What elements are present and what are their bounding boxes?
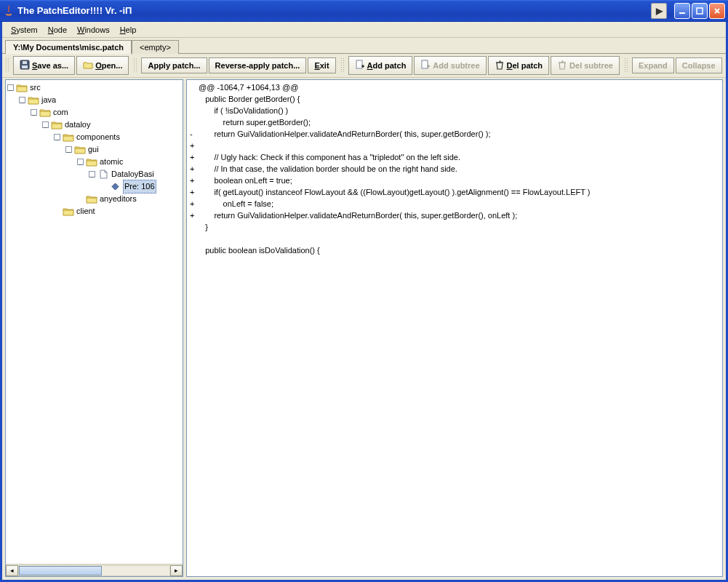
tree-label: atomic (100, 156, 123, 168)
tree-node[interactable]: ⎯DataloyBasi (7, 168, 183, 180)
tree-label: java (41, 94, 56, 106)
svg-rect-1 (697, 8, 703, 14)
tree-handle[interactable]: ⎯ (77, 159, 84, 165)
menu-help[interactable]: Help (116, 24, 141, 36)
folder-icon (16, 83, 28, 92)
tab-0[interactable]: Y:\My Documents\misc.patch (5, 40, 132, 54)
collapse-button: Collapse (676, 57, 722, 73)
tree-label: anyeditors (100, 193, 137, 205)
menu-system[interactable]: System (7, 24, 42, 36)
tree-node[interactable]: ⎯atomic (7, 156, 183, 168)
open-button[interactable]: Open... (76, 56, 129, 75)
close-button[interactable] (709, 3, 725, 19)
exit-button[interactable]: Exit (308, 57, 335, 73)
diamond-icon (109, 182, 121, 191)
folder-icon (39, 108, 51, 117)
tree-handle[interactable]: ⎯ (31, 109, 37, 116)
tree-label: client (76, 205, 95, 218)
tree-scrollbar[interactable]: ◂ ▸ (6, 564, 183, 576)
delsubtree-button: Del subtree (551, 56, 620, 75)
folder-icon (74, 145, 86, 154)
code-line: return super.getBorder(); (190, 116, 719, 128)
scroll-right-button[interactable]: ▸ (170, 565, 183, 576)
tree-label: gui (88, 143, 99, 156)
apply-button[interactable]: Apply patch... (141, 57, 207, 73)
tree-handle[interactable]: ⎯ (65, 146, 72, 153)
addpatch-button[interactable]: Add patch (348, 56, 413, 75)
tree-node[interactable]: ⎯com (7, 106, 183, 119)
addsubtree-button: Add subtree (414, 56, 486, 75)
tree-node[interactable]: ⎯components (7, 131, 183, 143)
code-line: - return GuiValidationHelper.validateAnd… (190, 128, 719, 140)
folder-icon (28, 95, 39, 105)
code-line: + // Ugly hack: Check if this component … (190, 151, 719, 163)
file-tree[interactable]: ⎯src⎯java⎯com⎯dataloy⎯components⎯gui⎯ato… (6, 80, 183, 219)
svg-rect-4 (23, 61, 27, 64)
tree-node[interactable]: anyeditors (7, 193, 183, 205)
toolbar-grip[interactable] (624, 57, 629, 73)
window-title: The PatchEditor!!!! Vr. -iΠ (17, 5, 132, 16)
file-icon (97, 170, 109, 179)
file+-icon (420, 60, 431, 71)
tree-handle[interactable]: ⎯ (19, 97, 25, 103)
tree-label: com (53, 106, 68, 119)
code-line: + boolean onLeft = true; (190, 175, 719, 186)
code-line: + // In that case, the validation border… (190, 163, 719, 175)
tab-bar: Y:\My Documents\misc.patch<empty> (2, 38, 726, 54)
tree-label: dataloy (65, 119, 90, 131)
disk-icon (20, 60, 30, 71)
tree-node[interactable]: client (7, 205, 183, 218)
folder-icon (86, 157, 97, 167)
tab-1[interactable]: <empty> (132, 40, 179, 54)
expand-button: Expand (632, 57, 674, 73)
code-pane[interactable]: @@ -1064,7 +1064,13 @@ public Border get… (186, 79, 723, 577)
java-icon (3, 5, 15, 17)
folder-icon (86, 194, 97, 204)
code-line: public boolean isDoValidation() { (190, 244, 719, 256)
tree-handle[interactable]: ⎯ (89, 171, 95, 178)
tree-node[interactable]: ⎯dataloy (7, 119, 183, 131)
tree-node[interactable]: Pre: 106 (7, 180, 183, 193)
code-line (190, 233, 719, 244)
code-line: + onLeft = false; (190, 198, 719, 210)
toolbar-grip[interactable] (5, 57, 10, 73)
svg-rect-0 (679, 12, 685, 14)
toolbar-grip[interactable] (340, 57, 345, 73)
tree-handle[interactable]: ⎯ (42, 121, 49, 128)
tree-handle[interactable]: ⎯ (54, 134, 60, 140)
trash-icon (557, 60, 567, 71)
tree-node[interactable]: ⎯java (7, 94, 183, 106)
menu-windows[interactable]: Windows (73, 24, 114, 36)
save-button[interactable]: Save as... (13, 56, 75, 75)
svg-rect-6 (422, 60, 428, 68)
code-line: } (190, 221, 719, 233)
code-line: + if( getLayout() instanceof FlowLayout … (190, 186, 719, 198)
delpatch-button[interactable]: Del patch (488, 56, 550, 75)
titlebar: The PatchEditor!!!! Vr. -iΠ ▶ (0, 0, 728, 22)
code-line: + return GuiValidationHelper.validateAnd… (190, 210, 719, 221)
scroll-thumb[interactable] (19, 566, 102, 575)
tree-node[interactable]: ⎯gui (7, 143, 183, 156)
tree-label: DataloyBasi (111, 168, 154, 180)
menubar: System Node Windows Help (2, 22, 726, 38)
code-line: if ( !isDoValidation() ) (190, 105, 719, 116)
play-button[interactable]: ▶ (651, 3, 667, 19)
tree-label: src (30, 81, 41, 94)
rapply-button[interactable]: Reverse-apply patch... (209, 57, 307, 73)
maximize-button[interactable] (692, 3, 708, 19)
folder-icon (63, 132, 74, 142)
svg-rect-3 (22, 65, 28, 68)
tree-handle[interactable]: ⎯ (7, 84, 14, 91)
tree-pane: ⎯src⎯java⎯com⎯dataloy⎯components⎯gui⎯ato… (5, 79, 183, 577)
toolbar-grip[interactable] (133, 57, 138, 73)
menu-node[interactable]: Node (44, 24, 71, 36)
folder-icon (63, 207, 74, 216)
tree-node[interactable]: ⎯src (7, 81, 183, 94)
scroll-left-button[interactable]: ◂ (6, 565, 18, 576)
code-line: + (190, 140, 719, 151)
folder-icon (83, 60, 93, 71)
tree-label: components (76, 131, 120, 143)
minimize-button[interactable] (674, 3, 690, 19)
file+-icon (355, 60, 365, 71)
folder-icon (51, 120, 63, 129)
